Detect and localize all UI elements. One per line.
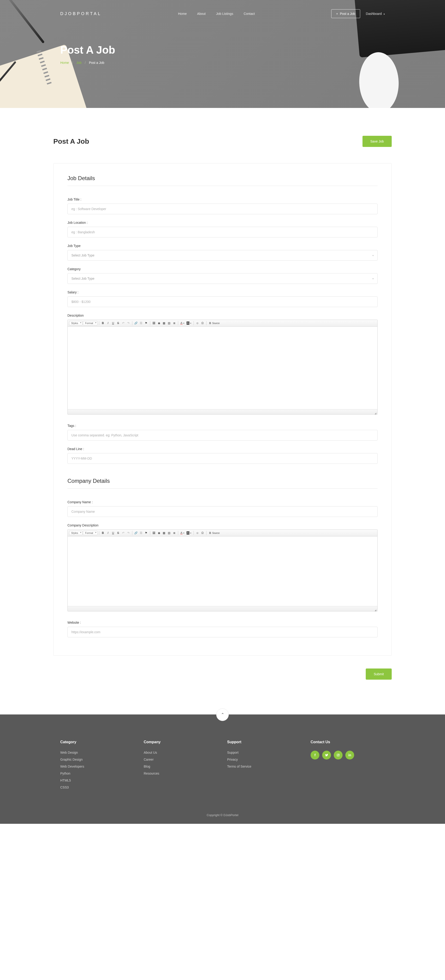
editor-resize-handle[interactable] — [68, 409, 377, 414]
codeblock-icon[interactable]: ▦ — [162, 321, 166, 325]
brand-logo[interactable]: DJOBPORTAL — [60, 11, 101, 16]
hero-deco-pen — [9, 0, 45, 44]
save-job-button[interactable]: Save Job — [363, 136, 392, 147]
text-color-icon[interactable]: A▾ — [180, 321, 185, 325]
redo-icon[interactable]: ↷ — [126, 321, 131, 325]
footer-link[interactable]: About Us — [144, 751, 157, 754]
footer-link[interactable]: Career — [144, 757, 154, 761]
job-title-input[interactable] — [67, 204, 378, 214]
redo-icon[interactable]: ↷ — [126, 531, 131, 535]
footer-link[interactable]: Web Developers — [60, 765, 84, 768]
editor-resize-handle[interactable] — [68, 606, 377, 611]
company-name-input[interactable] — [67, 506, 378, 517]
nav-right: + Post a Job Dashboard ▾ — [331, 9, 385, 18]
website-input[interactable] — [67, 627, 378, 637]
company-name-label: Company Name : — [67, 500, 378, 504]
job-location-input[interactable] — [67, 227, 378, 237]
footer-link[interactable]: CSS3 — [60, 786, 69, 789]
bold-icon[interactable]: B — [101, 531, 105, 535]
linkedin-icon[interactable]: in — [345, 751, 354, 759]
special-char-icon[interactable]: Ω — [200, 531, 205, 535]
bg-color-icon[interactable]: A▾ — [186, 531, 192, 535]
footer-link[interactable]: Support — [227, 751, 239, 754]
breadcrumb-job[interactable]: Job — [76, 61, 82, 65]
footer-link[interactable]: Blog — [144, 765, 150, 768]
job-location-label: Job Location : — [67, 221, 378, 224]
nav-contact[interactable]: Contact — [244, 12, 255, 16]
strike-icon[interactable]: S — [116, 531, 120, 535]
footer-link[interactable]: Graphic Design — [60, 757, 83, 761]
submit-button[interactable]: Submit — [366, 668, 392, 679]
editor-body[interactable] — [68, 326, 377, 409]
job-title-label: Job Title : — [67, 197, 378, 201]
table-icon[interactable]: ▤ — [167, 321, 171, 325]
nav-links: Home About Job Listings Contact — [178, 12, 255, 16]
footer-link[interactable]: Privacy — [227, 757, 238, 761]
codeblock-icon[interactable]: ▦ — [162, 531, 166, 535]
nav-about[interactable]: About — [197, 12, 206, 16]
strike-icon[interactable]: S — [116, 321, 120, 325]
link-icon[interactable]: 🔗 — [134, 531, 138, 535]
image-icon[interactable]: 🖼 — [152, 321, 156, 325]
instagram-icon[interactable] — [334, 751, 342, 759]
salary-label: Salary : — [67, 290, 378, 294]
breadcrumb-home[interactable]: Home — [60, 61, 69, 65]
nav-home[interactable]: Home — [178, 12, 187, 16]
footer-contact-col: Contact Us f in — [310, 740, 385, 792]
footer-company-col: Company About Us Career Blog Resources — [144, 740, 218, 792]
hr-icon[interactable]: ≣ — [172, 531, 177, 535]
underline-icon[interactable]: U — [111, 321, 116, 325]
table-icon[interactable]: ▤ — [167, 531, 171, 535]
unlink-icon[interactable]: ⛓ — [139, 321, 144, 325]
footer-link[interactable]: Resources — [144, 772, 159, 775]
editor-body[interactable] — [68, 536, 377, 606]
bold-icon[interactable]: B — [101, 321, 105, 325]
footer-link[interactable]: Python — [60, 772, 70, 775]
embed-icon[interactable]: ◉ — [157, 321, 161, 325]
bg-color-icon[interactable]: A▾ — [186, 321, 192, 325]
source-button[interactable]: 🗎 Source — [208, 321, 221, 325]
deadline-input[interactable] — [67, 453, 378, 464]
italic-icon[interactable]: I — [106, 531, 110, 535]
back-to-top-button[interactable]: ⌃ — [216, 708, 229, 721]
twitter-icon[interactable] — [322, 751, 331, 759]
anchor-icon[interactable]: ⚑ — [144, 531, 149, 535]
unlink-icon[interactable]: ⛓ — [139, 531, 144, 535]
hr-icon[interactable]: ≣ — [172, 321, 177, 325]
undo-icon[interactable]: ↶ — [121, 531, 126, 535]
plus-icon: + — [336, 12, 338, 16]
job-type-label: Job Type — [67, 244, 378, 248]
underline-icon[interactable]: U — [111, 531, 116, 535]
editor-format-select[interactable]: Format — [83, 531, 98, 535]
post-job-button[interactable]: + Post a Job — [331, 9, 360, 18]
smiley-icon[interactable]: ☺ — [195, 321, 200, 325]
footer-link[interactable]: Terms of Service — [227, 765, 251, 768]
tags-input[interactable] — [67, 430, 378, 441]
job-type-select[interactable]: Select Job Type ▾ — [67, 250, 378, 261]
hero-banner: DJOBPORTAL Home About Job Listings Conta… — [0, 0, 445, 108]
navbar: DJOBPORTAL Home About Job Listings Conta… — [60, 0, 385, 18]
nav-dashboard[interactable]: Dashboard ▾ — [366, 12, 385, 16]
editor-styles-select[interactable]: Styles — [69, 531, 82, 535]
special-char-icon[interactable]: Ω — [200, 321, 205, 325]
category-select[interactable]: Select Job Type ▾ — [67, 273, 378, 284]
italic-icon[interactable]: I — [106, 321, 110, 325]
undo-icon[interactable]: ↶ — [121, 321, 126, 325]
footer-support-col: Support Support Privacy Terms of Service — [227, 740, 301, 792]
facebook-icon[interactable]: f — [310, 751, 319, 759]
editor-toolbar: Styles Format B I U S ↶ ↷ 🔗 ⛓ ⚑ 🖼 ◉ — [68, 530, 377, 536]
deadline-label: Dead Line : — [67, 447, 378, 451]
editor-styles-select[interactable]: Styles — [69, 321, 82, 325]
salary-input[interactable] — [67, 296, 378, 307]
anchor-icon[interactable]: ⚑ — [144, 321, 149, 325]
smiley-icon[interactable]: ☺ — [195, 531, 200, 535]
link-icon[interactable]: 🔗 — [134, 321, 138, 325]
source-button[interactable]: 🗎 Source — [208, 531, 221, 535]
text-color-icon[interactable]: A▾ — [180, 531, 185, 535]
image-icon[interactable]: 🖼 — [152, 531, 156, 535]
footer-link[interactable]: HTML5 — [60, 778, 71, 782]
footer-link[interactable]: Web Design — [60, 751, 78, 754]
nav-job-listings[interactable]: Job Listings — [216, 12, 233, 16]
embed-icon[interactable]: ◉ — [157, 531, 161, 535]
editor-format-select[interactable]: Format — [83, 321, 98, 325]
